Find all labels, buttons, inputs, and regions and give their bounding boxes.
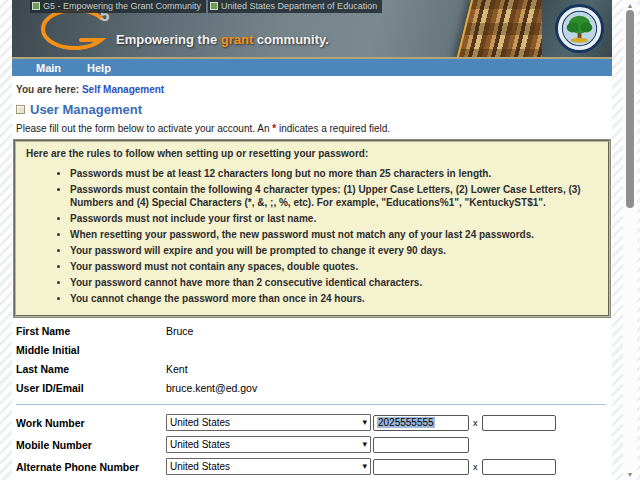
work-number-country-select[interactable]: United States ▾ <box>166 414 371 431</box>
tab-doe[interactable]: United States Department of Education <box>208 0 382 13</box>
password-rule: When resetting your password, the new pa… <box>70 228 598 241</box>
main-navbar: Main Help <box>12 57 612 76</box>
work-number-label: Work Number <box>16 417 166 429</box>
password-rules-box: Here are the rules to follow when settin… <box>14 140 610 317</box>
password-rules-list: Passwords must be at least 12 characters… <box>70 167 598 305</box>
alternate-number-ext-input[interactable] <box>482 459 556 475</box>
header-banner: 5 Empowering the grant community. G5 - E… <box>12 0 612 57</box>
password-rule: You cannot change the password more than… <box>70 292 598 305</box>
last-name-row: Last Name Kent <box>16 362 608 376</box>
password-rule: Your password must not contain any space… <box>70 260 598 273</box>
password-rule: Your password will expire and you will b… <box>70 244 598 257</box>
user-id-value: bruce.kent@ed.gov <box>166 382 257 394</box>
scrollbar-thumb[interactable] <box>626 10 634 208</box>
first-name-row: First Name Bruce <box>16 324 608 338</box>
mobile-number-input[interactable] <box>373 437 469 453</box>
middle-initial-row: Middle Initial <box>16 343 608 357</box>
nav-help[interactable]: Help <box>87 62 111 74</box>
scroll-up-icon[interactable]: ▲ <box>623 2 637 9</box>
nav-main[interactable]: Main <box>36 62 61 74</box>
mobile-number-row: Mobile Number United States ▾ <box>16 436 608 453</box>
chevron-down-icon: ▾ <box>362 440 367 449</box>
first-name-label: First Name <box>16 325 166 337</box>
breadcrumb-link-self-management[interactable]: Self Management <box>82 84 164 95</box>
user-management-form: First Name Bruce Middle Initial Last Nam… <box>12 317 612 480</box>
page-icon <box>210 2 218 10</box>
password-rules-title: Here are the rules to follow when settin… <box>26 148 598 159</box>
work-number-row: Work Number United States ▾ 2025555555 x <box>16 414 608 431</box>
tab-g5[interactable]: G5 - Empowering the Grant Community <box>30 0 206 13</box>
alternate-number-input[interactable] <box>373 459 469 475</box>
work-number-input[interactable]: 2025555555 <box>373 415 469 431</box>
middle-initial-label: Middle Initial <box>16 344 166 356</box>
alternate-number-label: Alternate Phone Number <box>16 461 166 473</box>
page-title-row: User Management <box>12 95 612 117</box>
scroll-down-icon[interactable]: ▼ <box>623 471 637 478</box>
mobile-number-label: Mobile Number <box>16 439 166 451</box>
page-content: 5 Empowering the grant community. G5 - E… <box>12 0 612 480</box>
form-instruction: Please fill out the form below to activa… <box>12 117 612 134</box>
department-of-education-seal-icon <box>554 3 605 54</box>
breadcrumb-prefix: You are here: <box>16 84 79 95</box>
alternate-number-row: Alternate Phone Number United States ▾ x <box>16 458 608 475</box>
password-rule: Your password cannot have more than 2 co… <box>70 276 598 289</box>
tab-g5-label: G5 - Empowering the Grant Community <box>43 1 201 11</box>
extension-separator: x <box>473 418 478 428</box>
work-number-ext-input[interactable] <box>482 415 556 431</box>
section-divider <box>16 404 606 405</box>
breadcrumb: You are here: Self Management <box>12 76 612 95</box>
alternate-number-country-select[interactable]: United States ▾ <box>166 458 371 475</box>
page-icon <box>32 2 40 10</box>
extension-separator: x <box>473 462 478 472</box>
last-name-label: Last Name <box>16 363 166 375</box>
user-id-row: User ID/Email bruce.kent@ed.gov <box>16 381 608 395</box>
password-rule: Passwords must contain the following 4 c… <box>70 183 598 209</box>
last-name-value: Kent <box>166 363 188 375</box>
user-id-label: User ID/Email <box>16 382 166 394</box>
section-icon <box>16 105 25 114</box>
password-rule: Passwords must not include your first or… <box>70 212 598 225</box>
banner-tagline: Empowering the grant community. <box>116 32 329 47</box>
page-title: User Management <box>30 102 142 117</box>
tab-doe-label: United States Department of Education <box>221 1 377 11</box>
vertical-scrollbar[interactable]: ▲ ▼ <box>623 0 637 480</box>
window-title-tabs: G5 - Empowering the Grant Community Unit… <box>30 0 382 13</box>
first-name-value: Bruce <box>166 325 193 337</box>
chevron-down-icon: ▾ <box>362 462 367 471</box>
mobile-number-country-select[interactable]: United States ▾ <box>166 436 371 453</box>
chevron-down-icon: ▾ <box>362 418 367 427</box>
password-rule: Passwords must be at least 12 characters… <box>70 167 598 180</box>
